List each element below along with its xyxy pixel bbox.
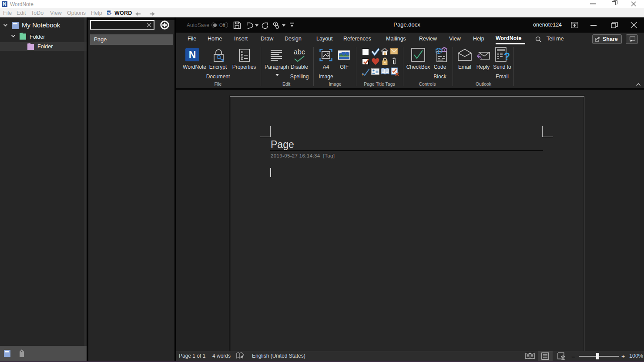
- svg-text:W: W: [107, 11, 111, 15]
- svg-text:?: ?: [504, 51, 510, 62]
